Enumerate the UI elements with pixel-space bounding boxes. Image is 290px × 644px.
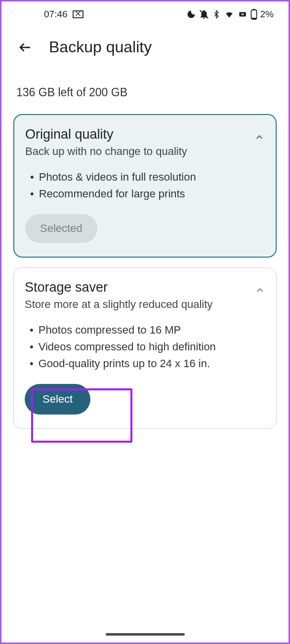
list-item: Photos compressed to 16 MP <box>30 322 262 339</box>
page-title: Backup quality <box>49 38 152 56</box>
svg-rect-3 <box>253 9 255 10</box>
list-item: Recommended for large prints <box>30 186 262 202</box>
header: Backup quality <box>1 24 289 66</box>
card-subtitle: Store more at a slightly reduced quality <box>25 297 249 312</box>
data-x-icon <box>238 10 248 19</box>
card-original-quality[interactable]: Original quality Back up with no change … <box>13 114 277 258</box>
list-item: Good-quality prints up to 24 x 16 in. <box>30 355 262 372</box>
list-item: Videos compressed to high definition <box>30 339 262 355</box>
home-indicator[interactable] <box>106 633 185 636</box>
select-button[interactable]: Select <box>25 384 90 415</box>
list-item: Photos & videos in full resolution <box>30 169 262 186</box>
status-bar: 07:46 2% <box>1 1 289 24</box>
status-time: 07:46 <box>44 9 68 20</box>
card-title: Storage saver <box>25 280 249 295</box>
card-title: Original quality <box>25 127 249 142</box>
dnd-moon-icon <box>186 9 196 19</box>
battery-icon <box>250 8 258 20</box>
wifi-icon <box>223 9 235 19</box>
chevron-up-icon[interactable] <box>254 132 265 145</box>
card-bullets: Photos compressed to 16 MP Videos compre… <box>25 312 265 384</box>
battery-percent: 2% <box>260 9 274 20</box>
arrow-left-icon <box>18 40 33 55</box>
bluetooth-icon <box>212 9 221 20</box>
card-storage-saver[interactable]: Storage saver Store more at a slightly r… <box>13 267 277 429</box>
storage-remaining: 136 GB left of 200 GB <box>1 66 289 114</box>
selected-button: Selected <box>25 214 97 243</box>
back-button[interactable] <box>16 38 34 56</box>
gmail-icon <box>73 10 83 18</box>
notifications-off-icon <box>199 9 209 20</box>
svg-rect-4 <box>252 18 256 19</box>
card-bullets: Photos & videos in full resolution Recom… <box>25 159 265 214</box>
card-subtitle: Back up with no change to quality <box>25 144 249 159</box>
chevron-up-icon[interactable] <box>254 285 265 298</box>
